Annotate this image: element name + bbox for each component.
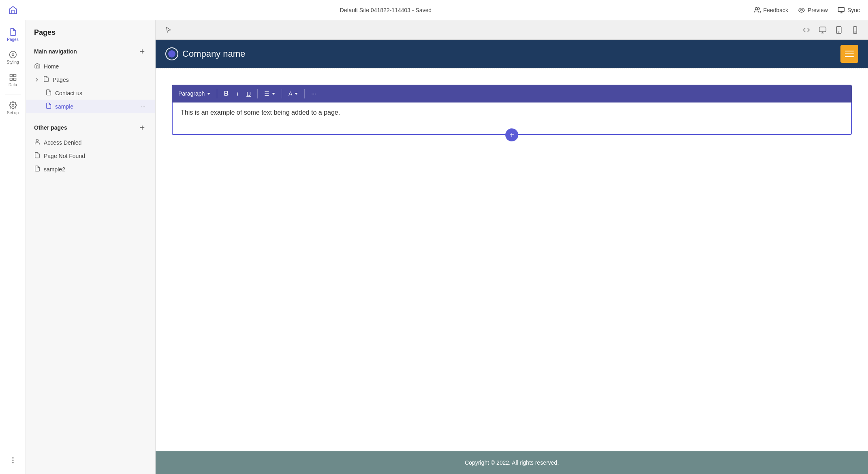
sidebar-item-setup[interactable]: Set up (2, 98, 24, 119)
svg-point-8 (12, 105, 14, 107)
page-icon (43, 76, 49, 83)
add-block-icon: + (509, 131, 514, 139)
canvas-area: Company name Paragraph (156, 20, 868, 474)
top-bar: Default Site 041822-114403 - Saved Feedb… (0, 0, 868, 20)
underline-label: U (246, 90, 251, 97)
nav-item-page-not-found-label: Page Not Found (44, 153, 85, 159)
more-options-button[interactable]: ··· (308, 89, 319, 98)
nav-item-contact-label: Contact us (55, 90, 82, 96)
feedback-button[interactable]: Feedback (754, 6, 788, 14)
nav-item-home-label: Home (44, 63, 59, 70)
pages-panel: Pages Main navigation Home (26, 20, 156, 474)
svg-point-1 (801, 9, 803, 11)
italic-button[interactable]: I (233, 89, 242, 99)
sample2-icon (34, 165, 41, 173)
font-label: A (289, 90, 292, 97)
nav-item-page-not-found[interactable]: Page Not Found (26, 149, 155, 162)
top-bar-left (8, 5, 18, 15)
editor-content-text: This is an example of some text being ad… (181, 109, 340, 116)
footer-text: Copyright © 2022. All rights reserved. (465, 459, 559, 466)
site-header: Company name (156, 40, 868, 68)
nav-item-home[interactable]: Home (26, 60, 155, 73)
nav-item-access-denied[interactable]: Access Denied (26, 136, 155, 149)
toolbar-divider-3 (282, 89, 282, 98)
sidebar-data-label: Data (9, 83, 17, 87)
hamburger-line-2 (845, 53, 854, 54)
nav-item-sample[interactable]: sample ··· (26, 100, 155, 113)
hamburger-button[interactable] (840, 45, 858, 63)
add-main-nav-button[interactable] (137, 47, 147, 56)
pages-panel-title: Pages (26, 20, 155, 43)
hamburger-line-1 (845, 51, 854, 51)
align-button[interactable]: ☰ (261, 89, 278, 98)
nav-item-sample2-label: sample2 (44, 166, 65, 173)
main-nav-title: Main navigation (34, 48, 77, 55)
tablet-view-button[interactable] (832, 23, 845, 36)
bold-button[interactable]: B (220, 88, 232, 99)
brand-inner-circle (168, 50, 175, 58)
home-icon-btn[interactable] (8, 5, 18, 15)
site-footer: Copyright © 2022. All rights reserved. (156, 451, 868, 474)
svg-point-3 (12, 54, 14, 56)
feedback-label: Feedback (763, 7, 788, 13)
sidebar-setup-label: Set up (7, 111, 19, 115)
sync-button[interactable]: Sync (838, 6, 860, 14)
nav-item-sample2[interactable]: sample2 (26, 162, 155, 176)
main-layout: Pages Styling Data Set up Pages Main nav… (0, 20, 868, 474)
svg-point-19 (838, 32, 839, 32)
preview-button[interactable]: Preview (798, 6, 828, 14)
pages-chevron[interactable] (34, 77, 40, 83)
preview-label: Preview (808, 7, 828, 13)
sidebar-item-pages[interactable]: Pages (2, 24, 24, 45)
access-denied-icon (34, 139, 41, 146)
svg-point-9 (13, 457, 13, 458)
text-editor: Paragraph B I U (172, 85, 852, 135)
more-label: ··· (311, 90, 316, 97)
paragraph-selector[interactable]: Paragraph (175, 89, 214, 98)
home-icon (34, 62, 41, 70)
code-view-button[interactable] (800, 23, 813, 36)
svg-point-10 (13, 460, 13, 461)
paragraph-label: Paragraph (178, 90, 205, 97)
editor-content-box[interactable]: This is an example of some text being ad… (172, 102, 852, 135)
svg-rect-5 (13, 75, 16, 77)
desktop-view-button[interactable] (816, 23, 829, 36)
nav-item-pages-label: Pages (53, 77, 69, 83)
arrow-tool-button[interactable] (162, 23, 175, 36)
svg-rect-4 (10, 75, 12, 77)
icon-sidebar: Pages Styling Data Set up (0, 20, 26, 474)
svg-rect-6 (10, 78, 12, 81)
other-pages-section: Other pages Access Denied Page Not Found (26, 120, 155, 182)
font-button[interactable]: A (285, 89, 301, 98)
font-chevron (295, 93, 298, 95)
toolbar-divider-4 (304, 89, 305, 98)
other-pages-header: Other pages (26, 120, 155, 136)
sidebar-item-data[interactable]: Data (2, 70, 24, 91)
brand-name: Company name (182, 49, 245, 59)
svg-point-21 (855, 32, 855, 32)
canvas-toolbar-left (162, 23, 175, 36)
svg-point-0 (755, 7, 757, 10)
nav-item-access-denied-label: Access Denied (44, 139, 81, 146)
sample-more-button[interactable]: ··· (139, 102, 147, 110)
align-chevron (272, 93, 275, 95)
svg-rect-17 (819, 27, 826, 32)
mobile-view-button[interactable] (849, 23, 862, 36)
page-not-found-icon (34, 152, 41, 160)
toolbar-divider-2 (257, 89, 258, 98)
add-other-page-button[interactable] (137, 123, 147, 132)
svg-point-16 (36, 139, 38, 141)
nav-item-contact-us[interactable]: Contact us (26, 86, 155, 100)
sidebar-styling-label: Styling (6, 60, 19, 64)
canvas-toolbar (156, 20, 868, 40)
paragraph-chevron (207, 93, 210, 95)
sidebar-item-more[interactable] (2, 453, 24, 474)
canvas-toolbar-right (800, 23, 862, 36)
hamburger-line-3 (845, 56, 854, 57)
sync-label: Sync (847, 7, 860, 13)
sidebar-item-styling[interactable]: Styling (2, 47, 24, 68)
nav-item-pages[interactable]: Pages (26, 73, 155, 86)
add-block-button[interactable]: + (505, 128, 518, 141)
underline-button[interactable]: U (243, 89, 254, 99)
editor-toolbar: Paragraph B I U (172, 85, 852, 102)
